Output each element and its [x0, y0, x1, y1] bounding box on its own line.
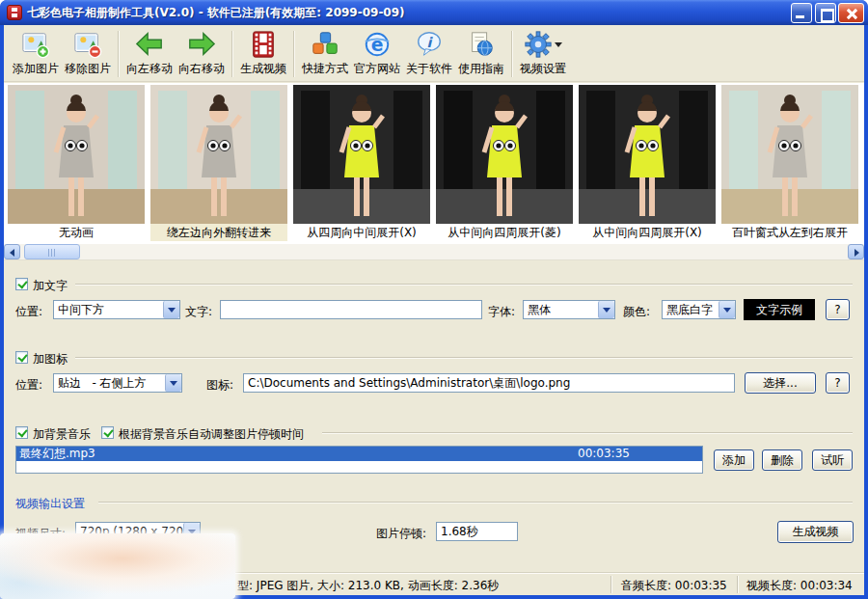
- thumbnail-caption: 无动画: [8, 224, 145, 241]
- logo-position-value: 贴边 - 右侧上方: [58, 376, 147, 390]
- status-separator: [610, 576, 612, 593]
- remove-images-button[interactable]: 移除图片: [62, 28, 114, 80]
- music-list-item[interactable]: 最终幻想.mp3 00:03:35: [16, 447, 702, 461]
- font-label: 字体:: [488, 304, 515, 320]
- auto-adjust-label: 根据背景音乐自动调整图片停顿时间: [119, 426, 304, 443]
- close-button[interactable]: [838, 3, 864, 23]
- chevron-down-icon: [598, 301, 614, 318]
- scroll-right-button[interactable]: [848, 244, 864, 259]
- chevron-down-icon: [165, 374, 181, 392]
- chevron-down-icon: [163, 301, 179, 318]
- image-pause-input[interactable]: [436, 522, 518, 541]
- guide-doc-globe-icon: [467, 30, 496, 59]
- music-preview-button[interactable]: 试听: [812, 449, 853, 471]
- scroll-left-icon: [10, 249, 14, 257]
- shortcut-button[interactable]: 快捷方式: [299, 28, 351, 80]
- logo-help-button[interactable]: ?: [826, 372, 850, 394]
- add-logo-checkbox[interactable]: [15, 351, 28, 364]
- logo-path-input[interactable]: [243, 373, 735, 393]
- group-divider: [322, 432, 853, 434]
- toolbar-label: 生成视频: [240, 61, 286, 77]
- add-music-label: 加背景音乐: [33, 426, 91, 443]
- scroll-left-button[interactable]: [4, 244, 20, 259]
- arrow-left-icon: [135, 30, 164, 59]
- music-add-button[interactable]: 添加: [714, 449, 754, 471]
- browser-e-icon: e: [363, 30, 392, 59]
- minimize-button[interactable]: [791, 3, 812, 23]
- group-divider: [98, 502, 853, 504]
- move-left-button[interactable]: 向左移动: [123, 28, 176, 80]
- user-guide-button[interactable]: 使用指南: [455, 28, 507, 80]
- toolbar-separator: [231, 31, 233, 77]
- thumbnail-caption: 绕左边向外翻转进来: [150, 224, 287, 241]
- auto-adjust-checkbox[interactable]: [101, 426, 114, 439]
- track-duration: 00:03:35: [578, 447, 630, 461]
- add-music-checkbox[interactable]: [15, 426, 28, 439]
- remove-image-icon: [73, 30, 102, 59]
- thumbnail-caption: 从中间向四周展开(X): [579, 224, 716, 241]
- status-separator: [737, 576, 739, 593]
- scroll-right-icon: [854, 249, 859, 257]
- cubes-icon: [311, 30, 339, 59]
- arrow-right-icon: [187, 30, 216, 59]
- toolbar-label: 官方网站: [354, 61, 400, 77]
- window-title: 七彩色电子相册制作工具(V2.0) - 软件已注册(有效期至: 2099-09-…: [27, 5, 405, 21]
- font-select[interactable]: 黑体: [523, 300, 615, 319]
- thumbnail-caption: 从中间向四周展开(菱): [436, 224, 573, 241]
- color-select[interactable]: 黑底白字: [662, 300, 736, 319]
- chevron-down-icon: [555, 42, 562, 47]
- thumbnail-caption: 从四周向中间展开(X): [293, 224, 430, 241]
- toolbar-label: 关于软件: [406, 61, 452, 77]
- blur-watermark-overlay: [0, 533, 235, 599]
- toolbar-label: 视频设置: [520, 61, 566, 77]
- scrollbar-thumb[interactable]: [24, 244, 80, 259]
- color-label: 颜色:: [623, 304, 650, 320]
- generate-video-button[interactable]: 生成视频: [777, 521, 854, 543]
- thumbnail-animation-option[interactable]: 从四周向中间展开(X): [293, 85, 430, 242]
- text-content-input[interactable]: [220, 300, 482, 319]
- status-info: 型: JPEG 图片, 大小: 213.0 KB, 动画长度: 2.36秒: [237, 578, 499, 594]
- app-window: 七彩色电子相册制作工具(V2.0) - 软件已注册(有效期至: 2099-09-…: [0, 0, 868, 599]
- toolbar: 添加图片 移除图片 向: [4, 26, 864, 82]
- logo-position-select[interactable]: 贴边 - 右侧上方: [53, 373, 182, 393]
- toolbar-label: 移除图片: [65, 61, 111, 77]
- thumbnail-strip: 无动画 绕左边向外翻转进来 从四周向中间展开(X) 从中间向四周展开(菱) 从中…: [4, 83, 864, 244]
- status-video-length: 视频长度: 00:03:34: [746, 578, 853, 594]
- app-icon: [7, 5, 22, 20]
- add-images-button[interactable]: 添加图片: [10, 28, 62, 80]
- thumbnail-animation-option[interactable]: 绕左边向外翻转进来: [150, 85, 287, 242]
- video-settings-button[interactable]: 视频设置: [517, 28, 569, 80]
- thumbnail-animation-option[interactable]: 从中间向四周展开(菱): [436, 85, 573, 242]
- toolbar-label: 快捷方式: [302, 61, 348, 77]
- color-value: 黑底白字: [666, 303, 713, 316]
- thumbnail-animation-option[interactable]: 百叶窗式从左到右展开: [721, 85, 858, 242]
- toolbar-separator: [118, 31, 120, 77]
- thumbnail-animation-option[interactable]: 无动画: [8, 85, 145, 242]
- music-delete-button[interactable]: 删除: [762, 449, 802, 471]
- add-logo-label: 加图标: [33, 351, 68, 368]
- add-text-checkbox[interactable]: [15, 278, 28, 290]
- image-pause-label: 图片停顿:: [376, 526, 426, 542]
- group-divider: [75, 357, 853, 359]
- video-output-section-title: 视频输出设置: [15, 496, 85, 512]
- film-icon: [249, 30, 278, 59]
- logo-choose-button[interactable]: 选择...: [745, 372, 816, 394]
- toolbar-label: 添加图片: [13, 61, 59, 77]
- thumbnail-scrollbar[interactable]: [4, 244, 864, 260]
- about-button[interactable]: i 关于软件: [403, 28, 455, 80]
- maximize-button[interactable]: [815, 3, 836, 23]
- official-website-button[interactable]: e 官方网站: [351, 28, 403, 80]
- toolbar-label: 向右移动: [178, 61, 225, 77]
- text-help-button[interactable]: ?: [826, 299, 850, 320]
- thumbnail-animation-option[interactable]: 从中间向四周展开(X): [579, 85, 716, 242]
- text-content-label: 文字:: [185, 304, 212, 320]
- toolbar-separator: [511, 31, 513, 77]
- text-position-select[interactable]: 中间下方: [53, 300, 180, 319]
- move-right-button[interactable]: 向右移动: [176, 28, 228, 80]
- text-sample-preview: 文字示例: [744, 299, 815, 320]
- gear-icon: [524, 30, 553, 59]
- generate-video-toolbar-button[interactable]: 生成视频: [237, 28, 289, 80]
- logo-path-label: 图标:: [206, 377, 233, 394]
- font-value: 黑体: [528, 303, 551, 316]
- music-list[interactable]: 最终幻想.mp3 00:03:35: [15, 446, 703, 474]
